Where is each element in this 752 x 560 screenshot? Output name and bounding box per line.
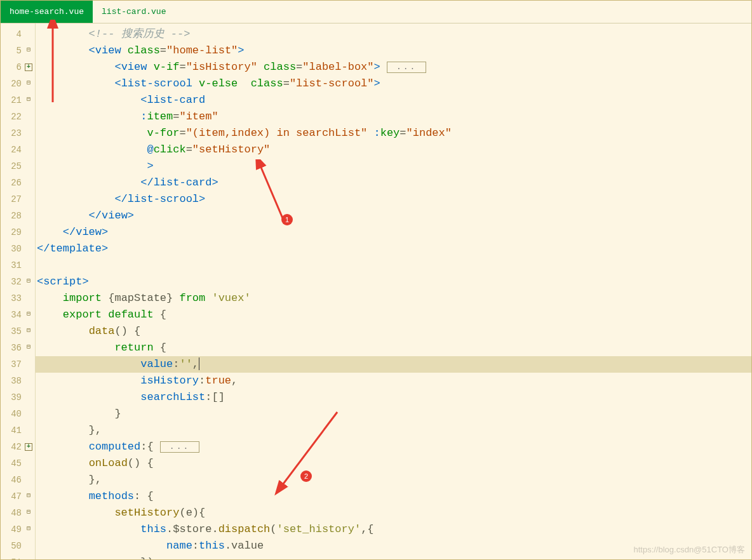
annotation-badge-1: 1 [281,214,293,225]
line-gutter: 4 5⊟ 6+ 20⊟ 21⊟ 22 23 24 25 26 27 28 29 … [1,23,36,560]
text-cursor [199,357,199,370]
current-line: value:'', [36,356,751,373]
tab-home-search[interactable]: home-search.vue [1,1,93,23]
code-area[interactable]: <!-- 搜索历史 --> <view class="home-list"> <… [36,23,751,560]
annotation-badge-2: 2 [300,470,312,482]
tab-list-card[interactable]: list-card.vue [93,1,175,23]
code-editor[interactable]: 4 5⊟ 6+ 20⊟ 21⊟ 22 23 24 25 26 27 28 29 … [1,23,751,560]
watermark: https://blog.csdn@51CTO博客 [633,544,745,556]
fold-placeholder[interactable]: ... [160,441,199,453]
fold-placeholder[interactable]: ... [387,62,426,73]
fold-icon[interactable]: + [25,63,32,71]
tab-bar: home-search.vue list-card.vue [1,1,751,23]
fold-icon[interactable]: + [25,443,32,451]
